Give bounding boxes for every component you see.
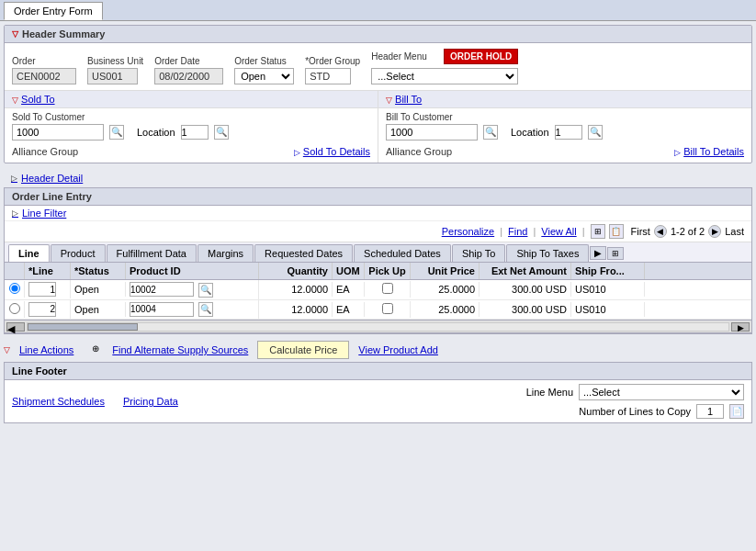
bill-to-details-label: Bill To Details (683, 146, 744, 157)
tab-ship-to-taxes[interactable]: Ship To Taxes (506, 244, 589, 262)
num-lines-input[interactable] (696, 404, 724, 419)
header-summary-toggle[interactable]: ▽ (12, 29, 18, 39)
row2-status-cell: Open (71, 302, 126, 317)
row2-prodid-input[interactable] (130, 302, 194, 317)
bill-to-link[interactable]: Bill To (395, 94, 422, 105)
tab-line[interactable]: Line (8, 244, 50, 262)
prev-page-icon[interactable]: ◀ (654, 225, 667, 238)
sold-to-location-search-icon[interactable]: 🔍 (214, 125, 229, 140)
page-body: ▽ Header Summary Order Business Unit Ord… (0, 21, 756, 551)
order-group-label: *Order Group (305, 56, 360, 66)
view-product-add-link[interactable]: View Product Add (358, 344, 438, 355)
sold-to-details-link[interactable]: ▷ Sold To Details (294, 146, 370, 157)
line-filter-arrow: ▷ (12, 208, 18, 218)
line-menu-select[interactable]: ...Select (579, 384, 744, 400)
header-detail-link[interactable]: Header Detail (21, 173, 83, 184)
sold-to-search-icon[interactable]: 🔍 (109, 125, 124, 140)
row2-prodid-search-icon[interactable]: 🔍 (198, 302, 213, 317)
order-status-select[interactable]: Open (234, 68, 294, 84)
row1-prodid-cell: 🔍 (126, 280, 259, 299)
find-alt-supply-link[interactable]: Find Alternate Supply Sources (112, 344, 248, 355)
order-hold-badge: ORDER HOLD (444, 49, 518, 64)
scroll-thumb[interactable] (28, 323, 138, 331)
tab-scroll-right[interactable]: ▶ (590, 246, 606, 260)
row1-qty: 12.0000 (291, 284, 328, 295)
last-text: Last (725, 226, 744, 237)
order-input[interactable] (12, 68, 76, 84)
sold-to-customer-input[interactable] (12, 124, 104, 141)
row2-status: Open (74, 304, 99, 315)
tab-requested-dates[interactable]: Requested Dates (254, 244, 353, 262)
grid-scroll[interactable]: *Line *Status Product ID Quantity UOM Pi… (5, 263, 751, 320)
sold-to-toggle[interactable]: ▽ (12, 96, 18, 105)
row1-ship-from: US010 (575, 284, 606, 295)
first-text: First (631, 226, 650, 237)
export-icon[interactable]: 📋 (609, 224, 624, 239)
bill-to-company: Alliance Group (386, 144, 452, 159)
sold-to-location-input[interactable] (181, 125, 209, 140)
order-line-section: Order Line Entry ▷ Line Filter Personali… (4, 187, 752, 334)
pricing-data-link[interactable]: Pricing Data (123, 396, 178, 407)
sold-to-customer-label: Sold To Customer (12, 112, 370, 122)
find-link[interactable]: Find (508, 226, 527, 237)
line-actions-row: ▽ Line Actions ⊕ Find Alternate Supply S… (4, 338, 752, 362)
tab-scheduled-dates[interactable]: Scheduled Dates (354, 244, 451, 262)
tab-bar: Order Entry Form (0, 0, 756, 21)
line-actions-link[interactable]: Line Actions (19, 344, 73, 355)
row1-pickup-checkbox[interactable] (382, 283, 393, 294)
row1-radio[interactable] (9, 283, 20, 294)
calculate-price-button[interactable]: Calculate Price (257, 341, 349, 359)
sold-to-link[interactable]: Sold To (21, 94, 55, 105)
bill-to-search-icon[interactable]: 🔍 (483, 125, 498, 140)
header-detail-arrow[interactable]: ▷ (11, 174, 17, 183)
grid-scrollbar[interactable]: ◀ ▶ (5, 320, 751, 333)
order-date-input[interactable] (154, 68, 223, 84)
line-filter[interactable]: ▷ Line Filter (5, 206, 751, 221)
scroll-track[interactable] (27, 322, 729, 332)
row1-prodid-input[interactable] (130, 282, 194, 297)
bill-to-location-input[interactable] (555, 125, 582, 140)
bu-input[interactable] (87, 68, 138, 84)
view-all-link[interactable]: View All (541, 226, 576, 237)
sold-to-title: ▽ Sold To (5, 91, 378, 108)
row2-qty: 12.0000 (291, 304, 328, 315)
row2-pickup-checkbox[interactable] (382, 303, 393, 314)
bill-to-customer-label: Bill To Customer (386, 112, 744, 122)
bill-to-customer-input[interactable] (386, 124, 478, 141)
row1-ext-net: 300.00 USD (512, 284, 567, 295)
bill-to-toggle[interactable]: ▽ (386, 96, 392, 105)
row1-prodid-search-icon[interactable]: 🔍 (198, 283, 213, 298)
row2-prodid-cell: 🔍 (126, 300, 259, 320)
copy-icon[interactable]: 📄 (729, 404, 744, 419)
row1-line-input[interactable] (28, 282, 56, 297)
tab-fulfillment[interactable]: Fulfillment Data (107, 244, 197, 262)
scroll-right-btn[interactable]: ▶ (731, 322, 750, 332)
bill-to-details-arrow: ▷ (674, 148, 681, 157)
bill-to-details-link[interactable]: ▷ Bill To Details (674, 146, 744, 157)
row1-shipfrom-cell: US010 (571, 282, 645, 297)
row2-radio[interactable] (9, 303, 20, 314)
grid-icon[interactable]: ⊞ (591, 224, 605, 239)
tab-margins[interactable]: Margins (197, 244, 254, 262)
row2-line-input[interactable] (28, 302, 56, 317)
shipment-schedules-link[interactable]: Shipment Schedules (12, 396, 105, 407)
row1-unitprice-cell: 25.0000 (411, 282, 480, 297)
bill-to-location-label: Location (511, 127, 549, 138)
bill-to-inner: Bill To Customer 🔍 Location 🔍 Alliance G… (378, 108, 751, 163)
tab-order-entry[interactable]: Order Entry Form (4, 2, 103, 20)
scroll-left-btn[interactable]: ◀ (6, 322, 25, 332)
tab-more[interactable]: ⊞ (607, 247, 624, 260)
footer-right: Line Menu ...Select Number of Lines to C… (526, 384, 744, 419)
order-group-input[interactable] (305, 68, 351, 84)
tab-ship-to[interactable]: Ship To (452, 244, 506, 262)
row2-unit-price: 25.0000 (438, 304, 475, 315)
header-menu-select[interactable]: ...Select (371, 68, 518, 84)
personalize-link[interactable]: Personalize (442, 226, 494, 237)
line-actions-toggle[interactable]: ▽ (4, 345, 10, 354)
bill-to-location-search-icon[interactable]: 🔍 (588, 125, 603, 140)
tab-product[interactable]: Product (51, 244, 106, 262)
grid-tabs-row: Line Product Fulfillment Data Margins Re… (5, 242, 751, 263)
next-page-icon[interactable]: ▶ (708, 225, 721, 238)
order-status-group: Order Status Open (234, 56, 294, 84)
row1-pickup-cell (365, 281, 411, 298)
